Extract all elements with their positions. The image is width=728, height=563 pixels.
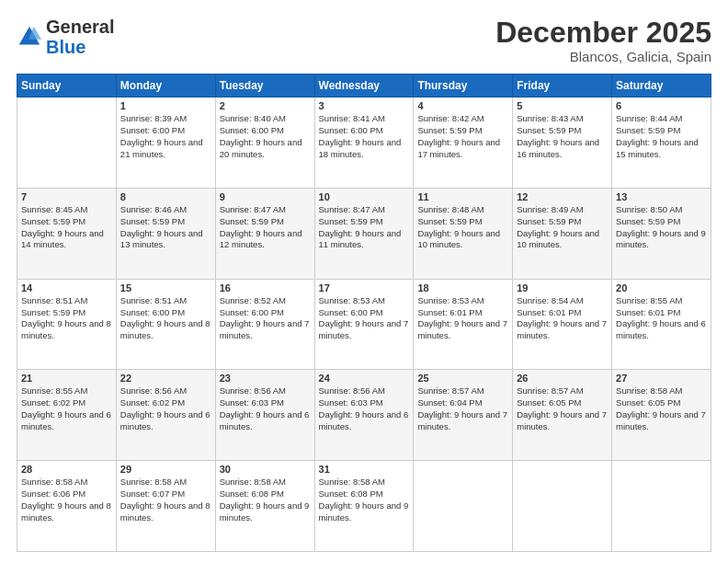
day-number: 30 <box>220 464 311 475</box>
table-row: 5Sunrise: 8:43 AM Sunset: 5:59 PM Daylig… <box>513 98 612 189</box>
table-row: 7Sunrise: 8:45 AM Sunset: 5:59 PM Daylig… <box>17 188 117 279</box>
table-row: 21Sunrise: 8:55 AM Sunset: 6:02 PM Dayli… <box>17 370 117 461</box>
table-row: 2Sunrise: 8:40 AM Sunset: 6:00 PM Daylig… <box>215 98 314 189</box>
day-number: 10 <box>319 191 410 202</box>
day-number: 26 <box>517 373 608 384</box>
table-row: 15Sunrise: 8:51 AM Sunset: 6:00 PM Dayli… <box>116 279 215 370</box>
logo-text: General Blue <box>46 17 114 57</box>
table-row <box>612 461 711 552</box>
table-row <box>414 461 513 552</box>
day-number: 13 <box>616 191 707 202</box>
table-row: 19Sunrise: 8:54 AM Sunset: 6:01 PM Dayli… <box>513 279 612 370</box>
col-friday: Friday <box>513 75 612 98</box>
day-number: 16 <box>220 282 311 293</box>
cell-info: Sunrise: 8:56 AM Sunset: 6:03 PM Dayligh… <box>319 385 410 432</box>
table-row: 24Sunrise: 8:56 AM Sunset: 6:03 PM Dayli… <box>314 370 414 461</box>
table-row: 17Sunrise: 8:53 AM Sunset: 6:00 PM Dayli… <box>314 279 414 370</box>
page: General Blue December 2025 Blancos, Gali… <box>0 0 728 563</box>
col-thursday: Thursday <box>414 75 513 98</box>
location: Blancos, Galicia, Spain <box>495 49 711 64</box>
day-number: 22 <box>120 373 211 384</box>
day-number: 3 <box>319 100 410 111</box>
cell-info: Sunrise: 8:45 AM Sunset: 5:59 PM Dayligh… <box>21 204 112 251</box>
cell-info: Sunrise: 8:58 AM Sunset: 6:07 PM Dayligh… <box>120 477 211 523</box>
day-number: 1 <box>120 100 211 111</box>
table-row: 27Sunrise: 8:58 AM Sunset: 6:05 PM Dayli… <box>612 370 711 461</box>
day-number: 9 <box>220 191 311 202</box>
cell-info: Sunrise: 8:44 AM Sunset: 5:59 PM Dayligh… <box>616 113 707 160</box>
day-number: 19 <box>517 282 608 293</box>
cell-info: Sunrise: 8:56 AM Sunset: 6:03 PM Dayligh… <box>220 385 311 432</box>
col-sunday: Sunday <box>17 75 117 98</box>
calendar-week-row: 1Sunrise: 8:39 AM Sunset: 6:00 PM Daylig… <box>17 98 711 189</box>
table-row: 3Sunrise: 8:41 AM Sunset: 6:00 PM Daylig… <box>314 98 414 189</box>
cell-info: Sunrise: 8:42 AM Sunset: 5:59 PM Dayligh… <box>417 113 508 160</box>
table-row: 1Sunrise: 8:39 AM Sunset: 6:00 PM Daylig… <box>116 98 215 189</box>
cell-info: Sunrise: 8:47 AM Sunset: 5:59 PM Dayligh… <box>220 204 311 251</box>
table-row <box>17 98 117 189</box>
day-number: 21 <box>21 373 112 384</box>
day-number: 12 <box>517 191 608 202</box>
header: General Blue December 2025 Blancos, Gali… <box>17 17 711 64</box>
col-monday: Monday <box>116 75 215 98</box>
day-number: 11 <box>417 191 508 202</box>
table-row: 13Sunrise: 8:50 AM Sunset: 5:59 PM Dayli… <box>612 188 711 279</box>
day-number: 5 <box>517 100 608 111</box>
cell-info: Sunrise: 8:58 AM Sunset: 6:08 PM Dayligh… <box>319 477 410 523</box>
table-row: 8Sunrise: 8:46 AM Sunset: 5:59 PM Daylig… <box>116 188 215 279</box>
table-row: 30Sunrise: 8:58 AM Sunset: 6:08 PM Dayli… <box>215 461 314 552</box>
col-wednesday: Wednesday <box>314 75 414 98</box>
calendar-table: Sunday Monday Tuesday Wednesday Thursday… <box>17 74 711 552</box>
title-block: December 2025 Blancos, Galicia, Spain <box>495 17 711 64</box>
day-number: 31 <box>319 464 410 475</box>
table-row: 29Sunrise: 8:58 AM Sunset: 6:07 PM Dayli… <box>116 461 215 552</box>
table-row: 9Sunrise: 8:47 AM Sunset: 5:59 PM Daylig… <box>215 188 314 279</box>
logo-icon <box>17 24 42 50</box>
table-row <box>513 461 612 552</box>
cell-info: Sunrise: 8:51 AM Sunset: 5:59 PM Dayligh… <box>21 295 112 342</box>
cell-info: Sunrise: 8:39 AM Sunset: 6:00 PM Dayligh… <box>120 113 211 160</box>
day-number: 27 <box>616 373 707 384</box>
cell-info: Sunrise: 8:55 AM Sunset: 6:01 PM Dayligh… <box>616 295 707 342</box>
table-row: 11Sunrise: 8:48 AM Sunset: 5:59 PM Dayli… <box>414 188 513 279</box>
cell-info: Sunrise: 8:56 AM Sunset: 6:02 PM Dayligh… <box>120 385 211 432</box>
calendar-week-row: 21Sunrise: 8:55 AM Sunset: 6:02 PM Dayli… <box>17 370 711 461</box>
cell-info: Sunrise: 8:53 AM Sunset: 6:00 PM Dayligh… <box>319 295 410 342</box>
cell-info: Sunrise: 8:54 AM Sunset: 6:01 PM Dayligh… <box>517 295 608 342</box>
day-number: 17 <box>319 282 410 293</box>
day-number: 25 <box>417 373 508 384</box>
day-number: 8 <box>120 191 211 202</box>
calendar-week-row: 14Sunrise: 8:51 AM Sunset: 5:59 PM Dayli… <box>17 279 711 370</box>
cell-info: Sunrise: 8:57 AM Sunset: 6:04 PM Dayligh… <box>417 385 508 432</box>
day-number: 14 <box>21 282 112 293</box>
table-row: 4Sunrise: 8:42 AM Sunset: 5:59 PM Daylig… <box>414 98 513 189</box>
day-number: 6 <box>616 100 707 111</box>
col-saturday: Saturday <box>612 75 711 98</box>
cell-info: Sunrise: 8:55 AM Sunset: 6:02 PM Dayligh… <box>21 385 112 432</box>
cell-info: Sunrise: 8:43 AM Sunset: 5:59 PM Dayligh… <box>517 113 608 160</box>
day-number: 15 <box>120 282 211 293</box>
cell-info: Sunrise: 8:40 AM Sunset: 6:00 PM Dayligh… <box>220 113 311 160</box>
table-row: 16Sunrise: 8:52 AM Sunset: 6:00 PM Dayli… <box>215 279 314 370</box>
cell-info: Sunrise: 8:41 AM Sunset: 6:00 PM Dayligh… <box>319 113 410 160</box>
cell-info: Sunrise: 8:47 AM Sunset: 5:59 PM Dayligh… <box>319 204 410 251</box>
table-row: 22Sunrise: 8:56 AM Sunset: 6:02 PM Dayli… <box>116 370 215 461</box>
day-number: 2 <box>220 100 311 111</box>
table-row: 14Sunrise: 8:51 AM Sunset: 5:59 PM Dayli… <box>17 279 117 370</box>
cell-info: Sunrise: 8:46 AM Sunset: 5:59 PM Dayligh… <box>120 204 211 251</box>
cell-info: Sunrise: 8:58 AM Sunset: 6:06 PM Dayligh… <box>21 477 112 523</box>
cell-info: Sunrise: 8:48 AM Sunset: 5:59 PM Dayligh… <box>417 204 508 251</box>
day-number: 18 <box>417 282 508 293</box>
table-row: 6Sunrise: 8:44 AM Sunset: 5:59 PM Daylig… <box>612 98 711 189</box>
cell-info: Sunrise: 8:58 AM Sunset: 6:08 PM Dayligh… <box>220 477 311 523</box>
cell-info: Sunrise: 8:52 AM Sunset: 6:00 PM Dayligh… <box>220 295 311 342</box>
table-row: 25Sunrise: 8:57 AM Sunset: 6:04 PM Dayli… <box>414 370 513 461</box>
cell-info: Sunrise: 8:58 AM Sunset: 6:05 PM Dayligh… <box>616 385 707 432</box>
cell-info: Sunrise: 8:49 AM Sunset: 5:59 PM Dayligh… <box>517 204 608 251</box>
day-number: 4 <box>417 100 508 111</box>
day-number: 20 <box>616 282 707 293</box>
logo: General Blue <box>17 17 114 57</box>
cell-info: Sunrise: 8:57 AM Sunset: 6:05 PM Dayligh… <box>517 385 608 432</box>
table-row: 23Sunrise: 8:56 AM Sunset: 6:03 PM Dayli… <box>215 370 314 461</box>
calendar-header-row: Sunday Monday Tuesday Wednesday Thursday… <box>17 75 711 98</box>
